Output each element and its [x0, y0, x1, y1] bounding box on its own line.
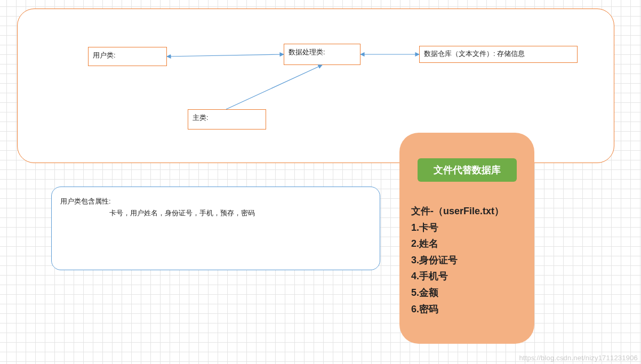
file-item: 5.金额 — [411, 285, 534, 301]
file-item: 4.手机号 — [411, 268, 534, 285]
data-store-label: 数据仓库（文本文件）: 存储信息 — [424, 50, 525, 58]
data-store-box: 数据仓库（文本文件）: 存储信息 — [419, 46, 578, 63]
file-item: 1.卡号 — [411, 220, 534, 236]
attributes-panel: 用户类包含属性: 卡号，用户姓名，身份证号，手机，预存，密码 — [51, 187, 380, 270]
attributes-list: 卡号，用户姓名，身份证号，手机，预存，密码 — [109, 208, 371, 218]
user-class-label: 用户类: — [93, 51, 116, 59]
data-process-label: 数据处理类: — [289, 48, 325, 56]
attributes-title: 用户类包含属性: — [60, 197, 371, 206]
data-process-box: 数据处理类: — [284, 44, 360, 65]
file-item: 3.身份证号 — [411, 252, 534, 269]
main-class-label: 主类: — [193, 114, 209, 122]
file-card-body: 文件-（userFile.txt） 1.卡号 2.姓名 3.身份证号 4.手机号… — [411, 203, 534, 317]
file-card: 文件代替数据库 文件-（userFile.txt） 1.卡号 2.姓名 3.身份… — [399, 133, 534, 344]
file-item: 2.姓名 — [411, 236, 534, 252]
main-class-box: 主类: — [188, 109, 266, 130]
watermark: https://blog.csdn.net/nizy1711231906 — [519, 354, 638, 362]
user-class-box: 用户类: — [88, 47, 167, 66]
file-card-header: 文件代替数据库 — [418, 158, 517, 182]
file-title: 文件-（userFile.txt） — [411, 203, 534, 220]
file-item: 6.密码 — [411, 301, 534, 318]
